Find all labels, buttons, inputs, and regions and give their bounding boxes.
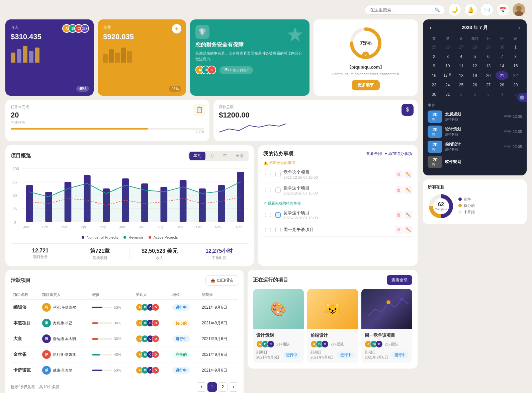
cal-day[interactable]: 7 <box>496 52 509 61</box>
cal-day[interactable]: 12 <box>468 62 481 70</box>
cal-day[interactable]: 25 <box>428 43 441 52</box>
todo-edit-button[interactable]: ✏️ <box>404 186 412 194</box>
cal-day[interactable]: 27 <box>455 43 468 52</box>
todo-date: 2023-12-26 07:15:00 <box>283 175 392 179</box>
cal-day[interactable]: 26 <box>441 43 454 52</box>
cal-day[interactable]: 2 <box>468 90 481 99</box>
cal-next-button[interactable]: › <box>516 24 522 31</box>
tab-all[interactable]: 全部 <box>232 152 248 160</box>
todo-view-all[interactable]: 查看全部 <box>366 151 382 157</box>
todo-delete-button[interactable]: 🗑 <box>395 186 403 194</box>
cal-day[interactable]: 4 <box>496 90 509 99</box>
cal-day[interactable]: 8 <box>509 52 522 61</box>
todo-checkbox[interactable] <box>275 212 281 218</box>
view-all-button[interactable]: 查看全部 <box>387 275 412 285</box>
cal-day[interactable]: 23 <box>428 81 441 89</box>
moon-icon[interactable]: 🌙 <box>448 3 461 16</box>
tab-week[interactable]: 星期 <box>189 152 205 160</box>
calendar-icon[interactable]: 📅 <box>497 3 509 16</box>
cal-day[interactable]: 6 <box>482 52 495 61</box>
cal-day[interactable]: 29 <box>482 43 495 52</box>
cal-day[interactable]: 28 <box>496 81 509 89</box>
cal-day[interactable]: 3 <box>482 90 495 99</box>
search-input[interactable] <box>370 7 432 12</box>
todo-delete-button[interactable]: 🗑 <box>395 226 403 234</box>
cal-day[interactable]: 2 <box>428 52 441 61</box>
prev-page-button[interactable]: ‹ <box>197 382 206 392</box>
cell-assignees: ABCD <box>133 331 170 347</box>
cal-day[interactable]: 20 <box>482 71 495 80</box>
bell-icon[interactable]: 🔔 <box>464 3 477 16</box>
settings-gear[interactable]: ⚙️ <box>517 93 527 102</box>
expense-add-button[interactable]: + <box>172 24 181 33</box>
event-weekday: 周一 <box>428 132 442 137</box>
cal-day[interactable]: 1 <box>509 43 522 52</box>
cal-day[interactable]: 17号 <box>441 71 454 80</box>
tab-month[interactable]: 月 <box>206 152 218 160</box>
drag-handle-icon[interactable]: ⋮⋮ <box>263 227 273 232</box>
cal-day[interactable]: 28 <box>468 43 481 52</box>
todo-delete-button[interactable]: 🗑 <box>395 170 403 178</box>
todo-delete-button[interactable]: 🗑 <box>395 211 403 219</box>
cal-day[interactable]: 25 <box>455 81 468 89</box>
cal-day[interactable]: 19 <box>468 71 481 80</box>
cal-day[interactable]: 30 <box>496 43 509 52</box>
cal-day[interactable]: 26 <box>468 81 481 89</box>
cal-day[interactable]: 16 <box>428 71 441 80</box>
cal-day-today[interactable]: 21 <box>496 71 509 80</box>
page-1-button[interactable]: 1 <box>207 382 217 392</box>
tab-year[interactable]: 年 <box>219 152 231 160</box>
cal-day[interactable]: 4 <box>455 52 468 61</box>
page-2-button[interactable]: 2 <box>218 382 228 392</box>
rp-status-badge: 进行中 <box>337 351 355 359</box>
cal-day[interactable]: 30 <box>428 90 441 99</box>
security-card: ★ 🛡️ 您的财务安全有保障 长期以来的事实是，读者在查看页面布局时会被页面的可… <box>190 19 309 96</box>
event-name: 设计策划 <box>445 127 502 132</box>
cal-day[interactable]: 14 <box>496 62 509 70</box>
cal-day[interactable]: 5 <box>468 52 481 61</box>
rp-name: 设计策划 <box>256 332 300 338</box>
todo-add[interactable]: + 添加待办事项 <box>385 151 412 157</box>
cal-day[interactable]: 22 <box>509 71 522 80</box>
cal-day[interactable]: 1 <box>455 90 468 99</box>
security-icon: 🛡️ <box>195 25 209 39</box>
cell-manager: 威 威廉·里奇尔 <box>39 363 89 378</box>
mail-icon[interactable]: ✉️ <box>480 3 493 16</box>
drag-handle-icon[interactable]: ⋮⋮ <box>263 187 273 193</box>
cell-progress: 53% <box>89 363 134 378</box>
todo-checkbox[interactable] <box>275 227 281 232</box>
cal-day[interactable]: 31 <box>441 90 454 99</box>
user-avatar[interactable] <box>513 3 525 16</box>
cal-prev-button[interactable]: ‹ <box>428 24 433 31</box>
svg-text:Dec: Dec <box>236 225 243 229</box>
top-cards-row: 收入 $310.435 A B C 25+ 4 <box>5 19 418 96</box>
cal-day[interactable]: 13 <box>482 62 495 70</box>
drag-handle-icon[interactable]: ⋮⋮ <box>263 212 273 218</box>
todo-edit-button[interactable]: ✏️ <box>404 226 412 234</box>
apw-body: 62 Compete 竞争 待办的 未开始 <box>428 193 522 220</box>
cal-day[interactable]: 27 <box>482 81 495 89</box>
col-assignees: 受让人 <box>133 290 170 300</box>
cal-day[interactable]: 3 <box>441 52 454 61</box>
cal-day[interactable]: 24 <box>441 81 454 89</box>
export-report-button[interactable]: 📤 出口报告 <box>205 275 238 286</box>
cal-day[interactable]: 10 <box>441 62 454 70</box>
table-row: 编辑侠 利 利亚玛·瑞奇尔 53% ABCD 进行中 2021年9月6日 <box>11 300 238 315</box>
next-page-button[interactable]: › <box>229 382 238 392</box>
todo-checkbox[interactable] <box>275 172 281 177</box>
drag-handle-icon[interactable]: ⋮⋮ <box>263 172 273 177</box>
svg-text:Jun: Jun <box>119 225 125 229</box>
cal-day[interactable]: 29 <box>509 81 522 89</box>
todo-checkbox[interactable] <box>275 187 281 193</box>
bar <box>29 51 33 63</box>
search-box[interactable]: 🔍 <box>365 5 445 15</box>
cal-day[interactable]: 9 <box>428 62 441 70</box>
todo-edit-button[interactable]: ✏️ <box>404 170 412 178</box>
legend-revenue: Revenue <box>123 235 143 239</box>
todo-edit-button[interactable]: ✏️ <box>404 211 412 219</box>
event-info: 前端设计 威特科技 <box>445 142 502 152</box>
cal-day[interactable]: 18 <box>455 71 468 80</box>
cal-day[interactable]: 11 <box>455 62 468 70</box>
more-details-button[interactable]: 更多细节 <box>352 80 380 90</box>
cal-day[interactable]: 15 <box>509 62 522 70</box>
